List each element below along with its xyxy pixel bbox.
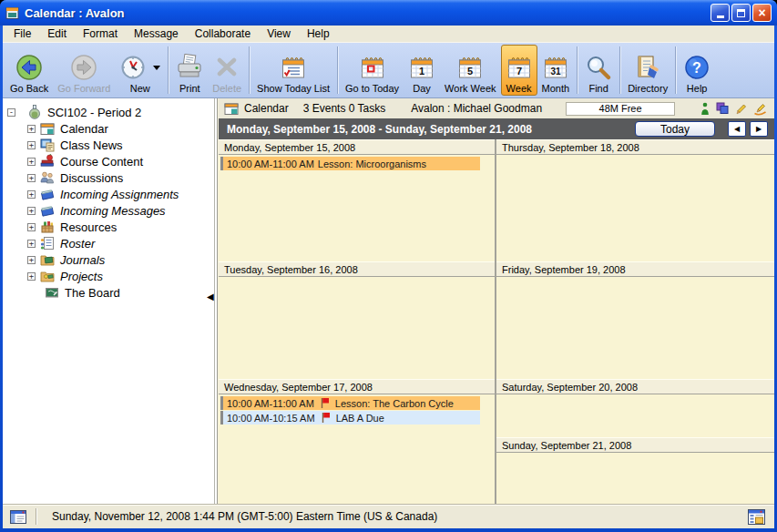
delete-button[interactable]: Delete	[208, 45, 246, 96]
expand-icon[interactable]: +	[27, 272, 36, 281]
menu-view[interactable]: View	[259, 26, 299, 42]
expand-icon[interactable]: +	[27, 125, 36, 133]
class-news-icon	[40, 138, 55, 152]
day-cell[interactable]	[219, 277, 495, 379]
close-button[interactable]: ×	[752, 4, 772, 22]
day-cell[interactable]	[496, 155, 774, 261]
minimize-button[interactable]	[711, 4, 730, 22]
sidebar-item-projects[interactable]: + Projects	[3, 268, 210, 284]
expand-icon[interactable]: +	[27, 207, 36, 215]
expand-icon[interactable]: +	[27, 190, 36, 199]
month-view-button[interactable]: 31 Month	[537, 45, 575, 96]
calendar-event[interactable]: 10:00 AM-10:15 AM LAB A Due	[220, 411, 480, 425]
next-week-button[interactable]: ▶	[750, 121, 768, 137]
day-cell[interactable]	[496, 453, 774, 504]
sidebar-item-label: Discussions	[60, 171, 123, 185]
day-header: Monday, September 15, 2008	[219, 139, 495, 155]
day-cell[interactable]: 10:00 AM-11:00 AM Lesson: The Carbon Cyc…	[219, 394, 495, 504]
sidebar-item-resources[interactable]: + Resources	[3, 219, 210, 235]
toolbar-separator	[675, 46, 676, 94]
window-title: Calendar : Avalon	[25, 6, 706, 20]
work-week-view-button[interactable]: 5 Work Week	[440, 45, 500, 96]
menu-file[interactable]: File	[5, 26, 39, 42]
sidebar-item-course-content[interactable]: + Course Content	[3, 153, 210, 169]
sidebar-item-incoming-messages[interactable]: + Incoming Messages	[3, 202, 210, 219]
menu-help[interactable]: Help	[299, 26, 338, 42]
sidebar-splitter[interactable]: ◀	[210, 98, 219, 504]
collapse-sidebar-arrow-icon[interactable]: ◀	[207, 292, 214, 302]
expand-icon[interactable]: +	[27, 240, 36, 248]
expand-icon[interactable]: +	[27, 256, 36, 264]
board-icon	[45, 285, 59, 300]
minimize-icon	[717, 15, 724, 18]
sidebar-item-calendar[interactable]: + Calendar	[3, 120, 210, 137]
week-view-button[interactable]: 7 Week	[501, 45, 537, 96]
signature-pencil-icon[interactable]	[753, 102, 767, 116]
maximize-button[interactable]	[731, 4, 751, 22]
day-header: Saturday, September 20, 2008	[496, 379, 774, 394]
help-button[interactable]: ? Help	[679, 45, 715, 96]
sidebar-item-class-news[interactable]: + Class News	[3, 137, 210, 153]
directory-button[interactable]: Directory	[623, 45, 672, 96]
show-today-list-button[interactable]: Show Today List	[252, 45, 334, 96]
menu-message[interactable]: Message	[126, 26, 187, 42]
storage-gauge: 48M Free	[566, 102, 675, 116]
infobar: Calendar 3 Events 0 Tasks Avalon : Micha…	[219, 98, 774, 118]
day-cell[interactable]	[496, 394, 774, 437]
new-button[interactable]: New	[115, 45, 165, 96]
discussions-icon	[40, 170, 55, 185]
work-week-calendar-icon: 5	[456, 54, 484, 81]
expand-icon[interactable]: +	[27, 223, 36, 231]
expand-icon[interactable]: +	[27, 141, 36, 149]
new-dropdown-arrow-icon[interactable]	[153, 66, 160, 70]
presence-person-icon[interactable]	[700, 102, 710, 116]
projects-icon	[40, 269, 55, 283]
sidebar-item-root[interactable]: - SCI102 - Period 2	[3, 104, 210, 120]
day-view-button[interactable]: 1 Day	[404, 45, 440, 96]
previous-week-button[interactable]: ◀	[728, 121, 746, 137]
edit-pencil-icon[interactable]	[735, 102, 747, 115]
titlebar: Calendar : Avalon ×	[0, 0, 777, 26]
day-cell[interactable]	[496, 277, 774, 379]
event-title: Lesson: Microorganisms	[318, 159, 426, 169]
menu-format[interactable]: Format	[75, 26, 126, 42]
go-back-icon	[15, 54, 43, 81]
calendar-event[interactable]: 10:00 AM-11:00 AM Lesson: Microorganisms	[220, 157, 480, 170]
sidebar-item-roster[interactable]: + Roster	[3, 235, 210, 251]
sidebar-item-label: Calendar	[60, 122, 108, 136]
day-header: Thursday, September 18, 2008	[496, 139, 774, 155]
sidebar-item-the-board[interactable]: The Board	[3, 284, 210, 301]
sidebar-item-discussions[interactable]: + Discussions	[3, 169, 210, 186]
week-range-label: Monday, September 15, 2008 - Sunday, Sep…	[227, 123, 635, 136]
expand-icon[interactable]: +	[27, 158, 36, 166]
week-grid: Monday, September 15, 2008 10:00 AM-11:0…	[219, 139, 774, 504]
day-header: Tuesday, September 16, 2008	[219, 261, 495, 277]
layers-icon[interactable]	[716, 102, 729, 115]
expand-icon[interactable]: +	[27, 174, 36, 182]
menu-edit[interactable]: Edit	[39, 26, 75, 42]
toolbar: Go Back Go Forward New Print Delete	[3, 43, 774, 98]
find-button[interactable]: Find	[580, 45, 617, 96]
menu-collaborate[interactable]: Collaborate	[187, 26, 259, 42]
calendar-icon	[40, 121, 55, 136]
go-forward-icon	[70, 54, 97, 81]
events-tasks-count: 3 Events 0 Tasks	[303, 102, 386, 115]
split-view-icon[interactable]	[10, 510, 26, 524]
next-arrow-icon: ▶	[756, 125, 762, 133]
panel-list-icon[interactable]	[748, 509, 765, 525]
flag-icon	[321, 412, 331, 424]
go-forward-button[interactable]: Go Forward	[53, 45, 115, 96]
calendar-event[interactable]: 10:00 AM-11:00 AM Lesson: The Carbon Cyc…	[220, 396, 480, 410]
collapse-expander-icon[interactable]: -	[7, 108, 15, 117]
day-section-saturday: Saturday, September 20, 2008	[496, 379, 774, 437]
day-calendar-icon: 1	[408, 54, 435, 81]
incoming-messages-icon	[40, 203, 55, 218]
today-button[interactable]: Today	[635, 121, 715, 137]
go-to-today-button[interactable]: Go to Today	[341, 45, 404, 96]
week-calendar-icon: 7	[506, 54, 533, 81]
sidebar-item-journals[interactable]: + Journals	[3, 251, 210, 268]
day-cell[interactable]: 10:00 AM-11:00 AM Lesson: Microorganisms	[219, 155, 495, 261]
go-back-button[interactable]: Go Back	[5, 45, 53, 96]
sidebar-item-incoming-assignments[interactable]: + Incoming Assignments	[3, 186, 210, 202]
print-button[interactable]: Print	[171, 45, 208, 96]
